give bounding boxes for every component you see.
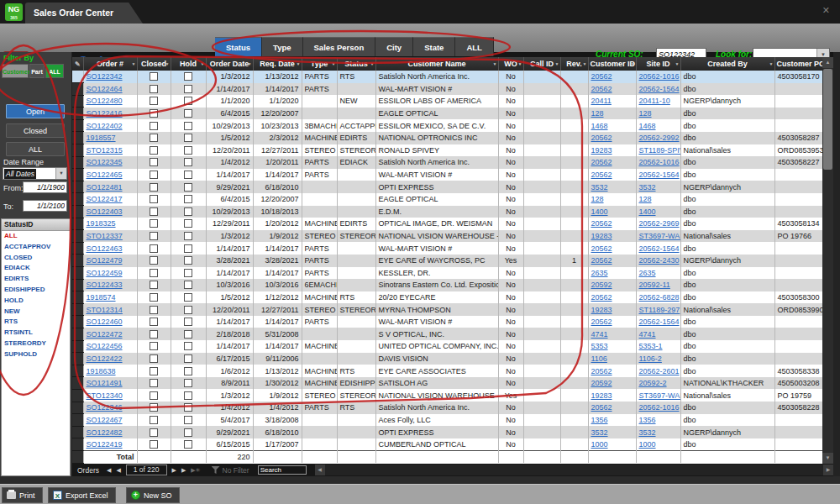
site-id-link[interactable]: 4741 <box>639 330 656 339</box>
order-link[interactable]: SO122456 <box>87 342 123 350</box>
chevron-down-icon[interactable]: ▼ <box>55 168 66 179</box>
site-id-link[interactable]: 1356 <box>639 416 656 424</box>
new-so-button[interactable]: + New SO <box>126 487 180 503</box>
vertical-scrollbar[interactable]: ▲ ▼ <box>822 57 833 464</box>
row-header-cell[interactable] <box>72 279 83 291</box>
status-item-rtsintl[interactable]: RTSINTL <box>2 328 70 339</box>
order-link[interactable]: SO122463 <box>87 244 123 253</box>
tab-city[interactable]: City <box>375 37 413 56</box>
table-row[interactable]: STO1231512/20/201112/27/2011STEREOSTEREO… <box>72 144 822 157</box>
table-row[interactable]: SO1224196/15/20151/17/2007CUMBERLAND OPT… <box>72 438 822 451</box>
row-header-cell[interactable] <box>72 193 83 206</box>
site-id-link[interactable]: 3532 <box>639 428 656 437</box>
last-record-icon[interactable]: ▶ <box>181 467 186 474</box>
table-row[interactable]: SO12243310/3/201610/3/20166EMACHINSinotr… <box>72 279 822 291</box>
site-id-link[interactable]: 1468 <box>639 122 656 130</box>
col-header-customer-po[interactable]: Customer PO <box>774 57 822 71</box>
closed-checkbox[interactable] <box>150 72 158 81</box>
status-item-hold[interactable]: HOLD <box>2 296 70 307</box>
order-link[interactable]: SO122403 <box>87 207 123 216</box>
row-header-cell[interactable] <box>72 426 83 438</box>
table-row[interactable]: 19186381/6/20121/13/2012MACHINERTSEYE CA… <box>72 365 822 377</box>
status-item-stereordy[interactable]: STEREORDY <box>2 339 70 349</box>
hold-checkbox[interactable] <box>184 85 192 93</box>
customer-id-link[interactable]: 1400 <box>591 207 608 216</box>
hold-checkbox[interactable] <box>184 195 192 203</box>
status-item-acctapprov[interactable]: ACCTAPPROV <box>2 242 70 253</box>
print-button[interactable]: Print <box>2 487 43 503</box>
order-link[interactable]: SO122482 <box>87 428 123 437</box>
site-id-link[interactable]: ST3697-WAR <box>639 391 681 400</box>
hold-checkbox[interactable] <box>184 416 192 424</box>
customer-id-link[interactable]: 4741 <box>591 330 608 339</box>
site-id-link[interactable]: 20592-2 <box>639 379 667 387</box>
tab-state[interactable]: State <box>413 37 455 56</box>
customer-id-link[interactable]: 20562 <box>591 134 612 142</box>
customer-id-link[interactable]: 20562 <box>591 158 612 166</box>
closed-checkbox[interactable] <box>150 293 158 302</box>
close-icon[interactable]: ✕ <box>822 5 830 16</box>
table-row[interactable]: SO1223461/4/20121/4/2012PARTSRTSSatisloh… <box>72 402 822 414</box>
customer-id-link[interactable]: 20562 <box>591 171 612 179</box>
scroll-right-icon[interactable]: ▶ <box>823 465 833 475</box>
customer-id-link[interactable]: 20562 <box>591 244 612 253</box>
row-header-cell[interactable] <box>72 206 83 218</box>
col-header-req-date[interactable]: Req. Date▼ <box>253 57 302 71</box>
col-header-status[interactable]: Status▼ <box>337 57 375 71</box>
col-header-wo[interactable]: WO▼ <box>498 57 523 71</box>
row-header-cell[interactable] <box>72 353 83 365</box>
closed-checkbox[interactable] <box>150 330 158 339</box>
hold-checkbox[interactable] <box>184 158 192 166</box>
row-header-cell[interactable] <box>72 132 83 144</box>
row-header-cell[interactable] <box>72 316 83 328</box>
scroll-up-icon[interactable]: ▲ <box>822 57 833 68</box>
col-header-type[interactable]: Type▼ <box>302 57 337 71</box>
site-id-link[interactable]: 128 <box>639 195 652 203</box>
row-header-cell[interactable] <box>72 402 83 414</box>
row-header-cell[interactable] <box>72 181 83 193</box>
date-range-dropdown[interactable]: All Dates ▼ <box>3 167 67 180</box>
order-link[interactable]: STO12315 <box>87 146 123 155</box>
customer-id-link[interactable]: 19283 <box>591 146 612 155</box>
col-header-order-[interactable]: Order #▼ <box>83 57 137 71</box>
hold-checkbox[interactable] <box>184 207 192 216</box>
order-link[interactable]: SO122417 <box>87 195 123 203</box>
customer-id-link[interactable]: 20562 <box>591 403 612 412</box>
closed-checkbox[interactable] <box>150 416 158 424</box>
row-header-cell[interactable] <box>72 108 83 120</box>
closed-checkbox[interactable] <box>150 97 158 105</box>
order-link[interactable]: STO12314 <box>87 306 123 314</box>
filter-arrow-icon[interactable]: ▼ <box>555 61 559 66</box>
closed-filter-button[interactable]: Closed <box>6 123 65 138</box>
order-link[interactable]: STO12337 <box>87 232 123 240</box>
closed-checkbox[interactable] <box>150 171 158 179</box>
col-header-customer-name[interactable]: Customer Name▼ <box>375 57 498 71</box>
window-tab[interactable]: Sales Order Center <box>25 3 143 24</box>
filter-arrow-icon[interactable]: ▼ <box>769 61 774 66</box>
closed-checkbox[interactable] <box>150 109 158 118</box>
table-row[interactable]: STO123401/3/20121/9/2012STEREOSTEREORDYN… <box>72 389 822 402</box>
customer-id-link[interactable]: 20562 <box>591 219 612 228</box>
export-excel-button[interactable]: X Export Excel <box>48 487 116 503</box>
order-link[interactable]: SO122479 <box>87 256 123 265</box>
closed-checkbox[interactable] <box>150 428 158 437</box>
scroll-left-icon[interactable]: ◀ <box>315 465 325 475</box>
customer-id-link[interactable]: 20411 <box>591 97 612 105</box>
order-link[interactable]: SO122460 <box>87 318 123 326</box>
customer-filter-button[interactable]: Customer <box>2 64 29 78</box>
hold-checkbox[interactable] <box>184 293 192 302</box>
hold-checkbox[interactable] <box>184 219 192 228</box>
table-row[interactable]: SO1224176/4/201512/20/2007EAGLE OPTICALN… <box>72 193 822 206</box>
table-row[interactable]: SO1223421/3/20121/13/2012PARTSRTSSatislo… <box>72 71 822 83</box>
filter-arrow-icon[interactable]: ▼ <box>332 61 336 66</box>
row-header-cell[interactable] <box>72 291 83 304</box>
site-id-link[interactable]: 128 <box>639 109 652 118</box>
site-id-link[interactable]: 1400 <box>639 207 656 216</box>
col-header-call-id[interactable]: Call ID▼ <box>523 57 560 71</box>
order-link[interactable]: SO121491 <box>87 379 123 387</box>
table-row[interactable]: SO1224722/18/20185/31/2008S V OPTICAL, I… <box>72 328 822 340</box>
closed-checkbox[interactable] <box>150 379 158 387</box>
customer-id-link[interactable]: 3532 <box>591 183 608 192</box>
customer-id-link[interactable]: 1468 <box>591 122 608 130</box>
order-link[interactable]: SO122481 <box>87 183 123 192</box>
